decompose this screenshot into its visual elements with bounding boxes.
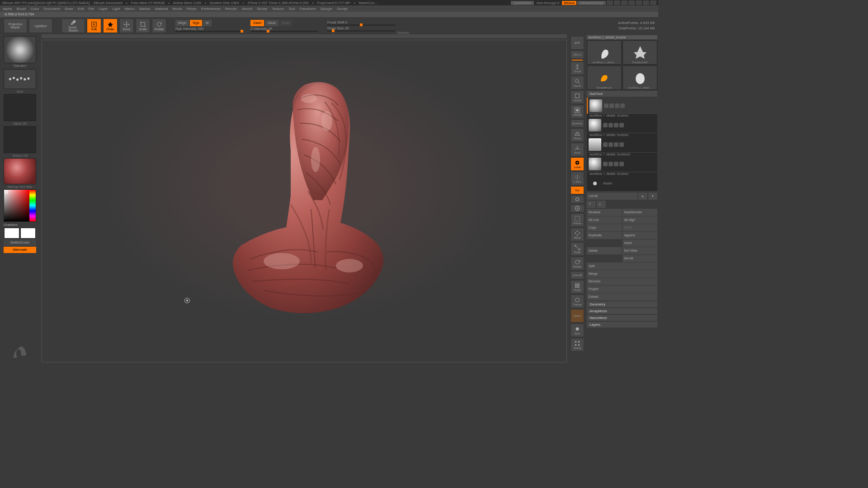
layers-section[interactable]: Layers <box>587 322 657 328</box>
tool-cell-2[interactable]: SimpleBrush <box>587 66 622 90</box>
tool-cell-3[interactable]: workflow_I_detail... <box>623 66 657 90</box>
menu-tool[interactable]: Tool <box>288 7 295 11</box>
brush-preview[interactable] <box>4 36 36 63</box>
menu-macro[interactable]: Macro <box>125 7 135 11</box>
menu-alpha[interactable]: Alpha <box>3 7 12 11</box>
split-button[interactable]: Split <box>587 263 657 270</box>
draw-size-slider[interactable]: Draw Size 29 <box>327 26 395 32</box>
extract-button[interactable]: Extract <box>587 293 657 300</box>
mrgb-button[interactable]: Mrgb <box>175 20 189 26</box>
aahalf-button[interactable]: AAHalf <box>571 105 584 118</box>
delete-button[interactable]: Delete <box>587 247 622 254</box>
m-button[interactable]: M <box>203 20 212 26</box>
menu-picker[interactable]: Picker <box>187 7 197 11</box>
zcut-button[interactable]: Zcut <box>279 20 292 26</box>
canvas[interactable] <box>42 40 567 362</box>
floor-button[interactable]: Floor <box>571 143 584 156</box>
rotate-mode-button[interactable]: Rotate <box>152 19 166 33</box>
scale-view-button[interactable]: Scale <box>571 242 584 256</box>
lsym-button[interactable]: L.Sym <box>571 172 584 185</box>
scale-mode-button[interactable]: Scale <box>136 19 150 33</box>
swatch-secondary[interactable] <box>20 228 36 239</box>
material-preview[interactable] <box>4 158 36 184</box>
texture-slot[interactable] <box>4 126 36 153</box>
quick-sketch-button[interactable]: Quick Sketch <box>61 19 85 33</box>
all-high-button[interactable]: All High <box>623 216 658 224</box>
menu-zscript[interactable]: Zscript <box>337 7 348 11</box>
scroll-button[interactable]: Scroll <box>571 61 584 75</box>
stroke-preview[interactable] <box>4 69 36 89</box>
solo-button[interactable]: Solo <box>571 324 584 337</box>
ghost-button[interactable]: Ghost <box>571 309 584 323</box>
tool-cell-0[interactable]: workflow_I_detail... <box>587 40 622 65</box>
menu-light[interactable]: Light <box>112 7 120 11</box>
local-button[interactable]: Local <box>571 157 584 171</box>
viewport-scroll-bar[interactable] <box>42 34 567 38</box>
minimize-icon[interactable] <box>636 0 642 5</box>
zsub-button[interactable]: Zsub <box>265 20 278 26</box>
all-low-button[interactable]: All Low <box>587 216 622 224</box>
del-all-button[interactable]: Del All <box>623 255 658 262</box>
list-all-button[interactable]: List All <box>587 192 637 200</box>
pivot-button[interactable] <box>571 195 584 203</box>
tool-cell-1[interactable]: PolyMesh3D <box>623 40 657 65</box>
paste-button[interactable]: Paste <box>623 224 658 231</box>
subtool-row[interactable] <box>587 98 657 114</box>
rgb-intensity-slider[interactable]: Rgb Intensity 100 <box>175 27 243 32</box>
del-other-button[interactable]: Del Other <box>623 247 658 254</box>
center-button[interactable] <box>571 204 584 212</box>
subtool-row[interactable]: Augen <box>587 175 657 192</box>
draw-mode-button[interactable]: Draw <box>103 19 118 33</box>
subtool-row[interactable] <box>587 117 657 133</box>
menu-color[interactable]: Color <box>30 7 39 11</box>
merge-button[interactable]: Merge <box>587 270 657 277</box>
menu-zplugin[interactable]: Zplugin <box>320 7 332 11</box>
color-picker[interactable] <box>4 189 36 222</box>
menu-texture[interactable]: Texture <box>272 7 283 11</box>
close-icon[interactable] <box>650 0 656 5</box>
menu-preferences[interactable]: Preferences <box>201 7 221 11</box>
autoreorder-button[interactable]: AutoReorder <box>623 209 658 216</box>
append-button[interactable]: Append <box>623 232 658 239</box>
bpr-button[interactable]: BPR <box>571 36 584 50</box>
focal-shift-slider[interactable]: Focal Shift 0 <box>327 20 395 26</box>
zoom-button[interactable]: Zoom <box>571 76 584 89</box>
actual-button[interactable]: Actual <box>571 90 584 104</box>
xyz-button[interactable]: Xyz <box>571 186 584 194</box>
polyf-button[interactable]: PolyF <box>571 280 584 294</box>
menu-material[interactable]: Material <box>155 7 168 11</box>
swatch-main[interactable] <box>4 228 19 239</box>
alternate-button[interactable]: Alternate <box>4 247 36 253</box>
arraymesh-section[interactable]: ArrayMesh <box>587 308 657 314</box>
menu-transform[interactable]: Transform <box>299 7 316 11</box>
insert-button[interactable]: Insert <box>623 239 658 247</box>
geometry-section[interactable]: Geometry <box>587 301 657 307</box>
window-btn-3[interactable] <box>621 0 627 5</box>
arrow-up-full-icon[interactable]: ⤒ <box>587 201 596 208</box>
tool-filename[interactable]: workflow_I_details_brushe <box>587 35 657 39</box>
subtool-header[interactable]: SubTool <box>587 91 657 97</box>
frame-button[interactable]: Frame <box>571 213 584 227</box>
transp-button[interactable]: Transp <box>571 295 584 308</box>
rgb-button[interactable]: Rgb <box>190 20 202 26</box>
menu-marker[interactable]: Marker <box>139 7 151 11</box>
window-btn-2[interactable] <box>614 0 620 5</box>
window-btn-4[interactable] <box>628 0 635 5</box>
project-button[interactable]: Project <box>587 286 657 293</box>
move-down-icon[interactable]: ▾ <box>648 192 657 200</box>
subtool-row[interactable] <box>587 136 657 153</box>
menu-edit[interactable]: Edit <box>78 7 84 11</box>
move-up-icon[interactable]: ▴ <box>638 192 647 200</box>
menu-stroke[interactable]: Stroke <box>257 7 267 11</box>
maximize-icon[interactable] <box>643 0 649 5</box>
menu-file[interactable]: File <box>88 7 94 11</box>
nanomesh-section[interactable]: NanoMesh <box>587 315 657 321</box>
subtool-row[interactable] <box>587 156 657 172</box>
rotate-view-button[interactable]: Rotate <box>571 257 584 270</box>
projection-master-button[interactable]: Projection Master <box>4 19 27 33</box>
lightbox-button[interactable]: LightBox <box>29 19 52 33</box>
edit-mode-button[interactable]: Edit <box>87 19 101 33</box>
quicksave-button[interactable]: QuickSave <box>511 1 534 5</box>
remesh-button[interactable]: Remesh <box>587 278 657 285</box>
rename-button[interactable]: Rename <box>587 209 622 216</box>
